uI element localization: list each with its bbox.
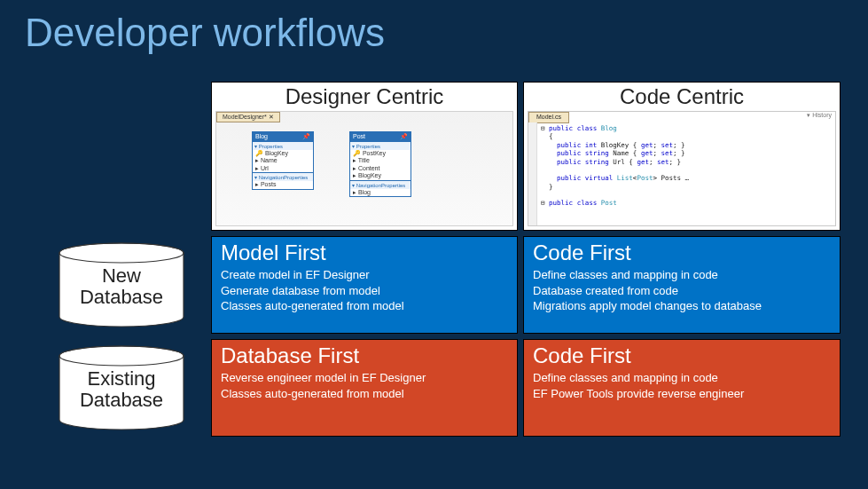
column-title-designer: Designer Centric <box>285 84 444 109</box>
code-screenshot: Model.cs ▾ History ⊟ public class Blog {… <box>528 111 836 226</box>
entity-blog-props-label: ▾ Properties <box>253 141 313 150</box>
row-label-line1: New <box>55 265 188 287</box>
database-icon: Existing Database <box>55 345 188 430</box>
column-header-code: Code Centric Model.cs ▾ History ⊟ public… <box>523 82 841 231</box>
matrix-grid: Designer Centric ModelDesigner* ✕ Blog📌 … <box>37 82 841 437</box>
entity-blog-name: Blog <box>255 133 268 140</box>
database-icon: New Database <box>55 242 188 327</box>
entity-blog-nav: ▸ Posts <box>253 181 313 188</box>
entity-pin-icon: 📌 <box>302 133 310 140</box>
cell-heading: Code First <box>533 343 831 368</box>
code-line: ⊟ public class Blog <box>541 124 830 132</box>
entity-blog: Blog📌 ▾ Properties 🔑 BlogKey ▸ Name ▸ Ur… <box>252 131 314 190</box>
cell-code-first-new: Code First Define classes and mapping in… <box>523 236 841 334</box>
code-line: } <box>541 183 830 191</box>
cell-line: Define classes and mapping in code <box>533 267 831 283</box>
row-label-text: New Database <box>55 265 188 308</box>
code-line <box>541 191 830 199</box>
code-gutter <box>528 122 537 225</box>
cell-line: Migrations apply model changes to databa… <box>533 298 831 314</box>
column-title-code: Code Centric <box>620 84 744 109</box>
cell-heading: Code First <box>533 241 831 265</box>
entity-post-nav-label: ▾ NavigationProperties <box>350 180 411 189</box>
entity-post-name: Post <box>353 133 365 140</box>
code-history: ▾ History <box>807 112 832 120</box>
designer-screenshot: ModelDesigner* ✕ Blog📌 ▾ Properties 🔑 Bl… <box>215 111 513 226</box>
cell-line: Define classes and mapping in code <box>533 370 831 386</box>
entity-blog-prop: 🔑 BlogKey <box>253 150 313 157</box>
cell-line: Reverse engineer model in EF Designer <box>221 370 508 386</box>
code-line: public string Name { get; set; } <box>541 149 830 157</box>
cell-code-first-existing: Code First Define classes and mapping in… <box>523 339 841 437</box>
cell-line: Generate database from model <box>221 283 508 299</box>
row-label-line2: Database <box>55 390 188 411</box>
column-header-designer: Designer Centric ModelDesigner* ✕ Blog📌 … <box>211 82 518 231</box>
code-line: public int BlogKey { get; set; } <box>541 141 830 149</box>
entity-post: Post📌 ▾ Properties 🔑 PostKey ▸ Title ▸ C… <box>349 131 411 197</box>
cell-line: Database created from code <box>533 283 831 299</box>
entity-post-nav: ▸ Blog <box>350 189 411 196</box>
cell-line: Classes auto-generated from model <box>221 386 508 402</box>
cell-heading: Model First <box>221 241 508 265</box>
row-label-text: Existing Database <box>55 368 188 411</box>
row-label-existing-database: Existing Database <box>37 339 206 437</box>
designer-tab: ModelDesigner* ✕ <box>216 112 280 122</box>
entity-post-prop: ▸ Content <box>350 165 411 172</box>
code-line: { <box>541 132 830 140</box>
entity-post-props-label: ▾ Properties <box>350 141 411 150</box>
code-tab: Model.cs <box>528 112 569 123</box>
cell-heading: Database First <box>221 343 508 368</box>
cell-line: Classes auto-generated from model <box>221 298 508 314</box>
entity-blog-prop: ▸ Name <box>253 157 313 164</box>
corner-empty <box>37 82 206 231</box>
cell-line: EF Power Tools provide reverse engineer <box>533 386 831 402</box>
entity-blog-prop: ▸ Url <box>253 165 313 172</box>
entity-blog-nav-label: ▾ NavigationProperties <box>253 172 313 181</box>
entity-post-prop: ▸ BlogKey <box>350 172 411 179</box>
row-label-line1: Existing <box>55 368 188 390</box>
code-line: ⊟ public class Post <box>541 199 830 207</box>
code-line <box>541 166 830 174</box>
entity-post-prop: 🔑 PostKey <box>350 150 411 157</box>
cell-model-first: Model First Create model in EF Designer … <box>211 236 518 334</box>
cell-line: Create model in EF Designer <box>221 267 508 283</box>
cell-database-first: Database First Reverse engineer model in… <box>211 339 518 437</box>
row-label-new-database: New Database <box>37 236 206 334</box>
code-line: public string Url { get; set; } <box>541 158 830 166</box>
code-line: public virtual List<Post> Posts … <box>541 174 830 182</box>
slide-title: Developer workflows <box>25 11 385 55</box>
entity-post-prop: ▸ Title <box>350 157 411 164</box>
entity-pin-icon: 📌 <box>400 133 408 140</box>
row-label-line2: Database <box>55 287 188 308</box>
